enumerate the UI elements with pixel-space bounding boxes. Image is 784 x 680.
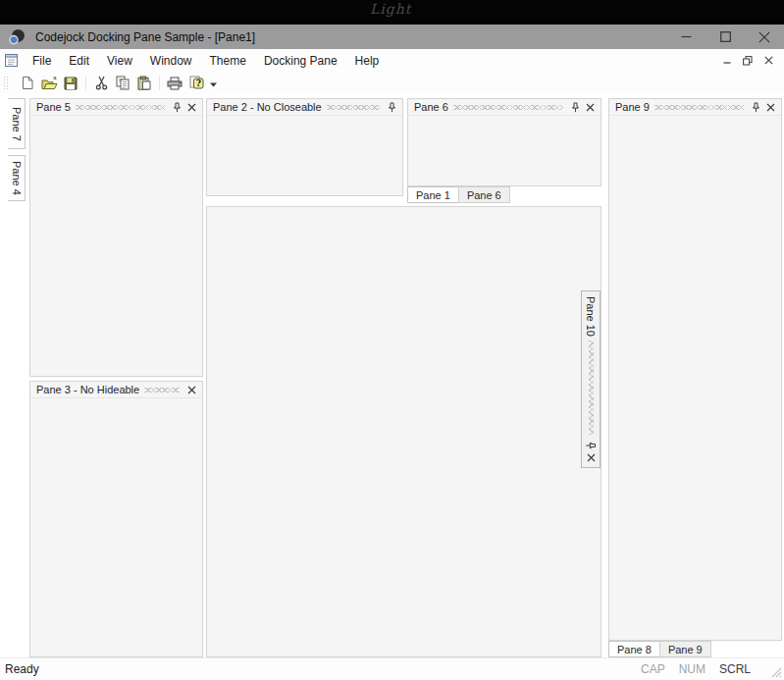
close-button[interactable]: [745, 25, 784, 49]
pane9-group: Pane 9: [608, 98, 782, 641]
app-logo-icon: [9, 28, 26, 45]
toolbar-separator: [85, 76, 86, 90]
autohide-tab-pane7[interactable]: Pane 7: [8, 98, 26, 149]
pane9-pin-icon[interactable]: [749, 100, 763, 114]
pane2-caption[interactable]: Pane 2 - No Closeable: [207, 99, 402, 116]
pane5-close-icon[interactable]: [184, 100, 199, 114]
pane5-pin-icon[interactable]: [170, 100, 184, 114]
menu-theme[interactable]: Theme: [201, 49, 255, 72]
keyboard-indicators: CAP NUM SCRL: [641, 662, 751, 676]
print-button[interactable]: [164, 73, 185, 93]
copy-icon: [116, 76, 130, 90]
caps-lock-indicator: CAP: [641, 662, 665, 676]
menu-help[interactable]: Help: [346, 49, 389, 72]
pane6-caption-hatch: [453, 105, 563, 110]
tab-pane6[interactable]: Pane 6: [458, 186, 510, 203]
autohide-tab-pane4[interactable]: Pane 4: [8, 155, 26, 201]
scroll-lock-indicator: SCRL: [719, 662, 751, 676]
toolbar-gripper[interactable]: [3, 76, 8, 91]
menubar: File Edit View Window Theme Docking Pane…: [0, 49, 784, 72]
window-controls: [666, 25, 784, 49]
pane6-group: Pane 6: [407, 98, 601, 186]
copy-button[interactable]: [112, 73, 133, 93]
cut-button[interactable]: [90, 73, 112, 93]
pane2-caption-hatch: [327, 105, 380, 110]
menu-window[interactable]: Window: [141, 49, 201, 72]
menu-edit[interactable]: Edit: [60, 49, 98, 72]
statusbar: Ready CAP NUM SCRL: [0, 657, 784, 680]
status-ready-text: Ready: [5, 662, 39, 676]
tab-pane1[interactable]: Pane 1: [407, 186, 459, 203]
pane10-pin-icon[interactable]: [585, 439, 598, 452]
pane9-caption[interactable]: Pane 9: [609, 99, 781, 116]
tab-pane9[interactable]: Pane 9: [659, 641, 711, 657]
pane2: Pane 2 - No Closeable: [206, 98, 403, 196]
autohide-tab-pane7-label: Pane 7: [11, 107, 23, 141]
mdi-document-icon[interactable]: [4, 53, 19, 68]
menu-view[interactable]: View: [98, 49, 141, 72]
paste-icon: [137, 76, 151, 90]
about-button[interactable]: ?: [185, 73, 207, 93]
window-resize-grip[interactable]: [771, 667, 782, 678]
pane6-pin-icon[interactable]: [568, 100, 583, 114]
pane5-caption-hatch: [76, 105, 165, 110]
open-file-button[interactable]: [38, 73, 60, 93]
docking-client-area: Pane 7 Pane 4 Pane 5 Pane 3 - No Hideabl…: [0, 94, 784, 657]
minimize-button[interactable]: [666, 25, 706, 49]
save-icon: [64, 77, 78, 90]
window-title: Codejock Docking Pane Sample - [Pane1]: [35, 30, 255, 44]
mdi-close-icon[interactable]: [762, 55, 774, 67]
num-lock-indicator: NUM: [679, 662, 706, 676]
save-button[interactable]: [60, 73, 81, 93]
pane9-caption-hatch: [654, 105, 744, 110]
toolbar-options-chevron[interactable]: [207, 73, 219, 93]
about-icon: ?: [189, 76, 204, 90]
pane6-tab-row: Pane 1 Pane 6: [407, 186, 510, 203]
titlebar: Codejock Docking Pane Sample - [Pane1]: [0, 25, 784, 49]
paste-button[interactable]: [133, 73, 155, 93]
autohide-tab-pane4-label: Pane 4: [11, 161, 23, 195]
svg-text:?: ?: [195, 78, 200, 88]
toolbar: ?: [0, 72, 784, 94]
pane2-title: Pane 2 - No Closeable: [213, 101, 322, 113]
pane2-pin-icon[interactable]: [385, 100, 399, 114]
new-file-icon: [21, 76, 34, 90]
pane9-close-icon[interactable]: [763, 100, 778, 114]
mdi-window-controls: [721, 55, 784, 67]
pane3-close-icon[interactable]: [184, 383, 199, 396]
maximize-button[interactable]: [706, 25, 745, 49]
pane5-title: Pane 5: [36, 101, 71, 113]
open-file-icon: [41, 77, 58, 90]
pane5: Pane 5: [29, 98, 203, 377]
pane10-caption-hatch: [589, 340, 594, 435]
pane10[interactable]: Pane 10: [581, 290, 601, 468]
mdi-minimize-icon[interactable]: [721, 55, 733, 67]
pane9-title: Pane 9: [615, 101, 650, 113]
screenshot-root: Light Codejock Docking Pane Sample - [Pa…: [0, 0, 784, 680]
theme-watermark-text: Light: [370, 1, 411, 17]
mdi-restore-icon[interactable]: [742, 55, 754, 67]
pane3-title: Pane 3 - No Hideable: [36, 384, 139, 395]
pane10-title: Pane 10: [585, 296, 597, 337]
menu-docking-pane[interactable]: Docking Pane: [255, 49, 346, 72]
tab-pane8[interactable]: Pane 8: [608, 641, 660, 657]
mdi-view-pane1[interactable]: [206, 206, 601, 657]
new-file-button[interactable]: [17, 73, 38, 93]
menu-file[interactable]: File: [24, 49, 60, 72]
print-icon: [167, 77, 183, 90]
pane6-caption[interactable]: Pane 6: [408, 99, 601, 116]
pane3-caption-hatch: [144, 388, 180, 392]
pane3-caption[interactable]: Pane 3 - No Hideable: [30, 382, 202, 398]
pane6-title: Pane 6: [414, 101, 448, 113]
pane9-tab-row: Pane 8 Pane 9: [608, 641, 711, 657]
toolbar-separator: [159, 76, 160, 90]
pane5-caption[interactable]: Pane 5: [30, 99, 202, 116]
pane3: Pane 3 - No Hideable: [29, 381, 203, 657]
cut-icon: [95, 76, 108, 90]
pane10-close-icon[interactable]: [584, 451, 598, 464]
pane6-close-icon[interactable]: [583, 100, 598, 114]
